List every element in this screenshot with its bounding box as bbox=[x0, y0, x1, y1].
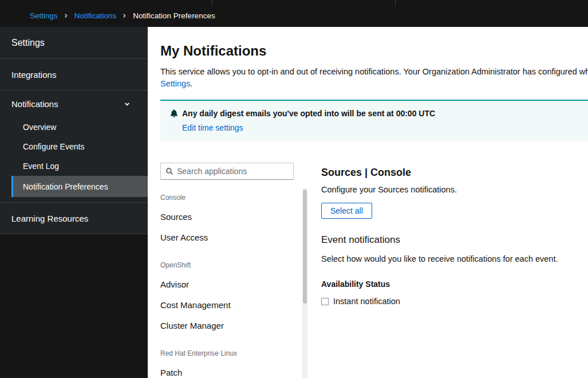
bell-icon bbox=[170, 109, 178, 117]
app-item-user-access[interactable]: User Access bbox=[160, 227, 297, 247]
intro-text: This service allows you to opt-in and ou… bbox=[160, 66, 588, 90]
event-notifications-description: Select how would you like to receive not… bbox=[321, 253, 588, 265]
nav-toggle-button[interactable] bbox=[7, 11, 16, 20]
app-item-cluster-manager[interactable]: Cluster Manager bbox=[160, 315, 297, 336]
digest-alert: Any daily digest emails you've opted int… bbox=[160, 100, 588, 141]
select-all-button[interactable]: Select all bbox=[321, 203, 372, 219]
sidebar-item-integrations[interactable]: Integrations bbox=[0, 59, 148, 90]
instant-notification-row: Instant notification bbox=[321, 297, 588, 306]
sidebar-item-label: Learning Resources bbox=[11, 214, 88, 223]
sidebar-item-learning-resources[interactable]: Learning Resources bbox=[0, 203, 148, 234]
group-label-console: Console bbox=[160, 194, 297, 202]
breadcrumb: Settings Notifications Notification Pref… bbox=[30, 11, 215, 20]
instant-notification-checkbox[interactable] bbox=[321, 298, 329, 305]
search-input[interactable] bbox=[177, 167, 288, 176]
instant-notification-label: Instant notification bbox=[333, 297, 400, 306]
search-icon bbox=[166, 168, 177, 175]
event-notifications-heading: Event notifications bbox=[321, 234, 588, 246]
group-label-openshift: OpenShift bbox=[160, 261, 297, 269]
sidebar-nav: Settings Integrations Notifications Over… bbox=[0, 27, 148, 234]
app-item-patch[interactable]: Patch bbox=[160, 362, 297, 378]
chevron-right-icon bbox=[123, 13, 127, 19]
sidebar-item-event-log[interactable]: Event Log bbox=[11, 156, 148, 176]
sidebar-subnav: Overview Configure Events Event Log Noti… bbox=[0, 117, 148, 203]
intro-suffix: . bbox=[190, 79, 192, 88]
notification-details-pane: Sources | Console Configure your Sources… bbox=[307, 155, 588, 378]
app-list-scrollbar[interactable] bbox=[302, 188, 307, 378]
app-item-cost-management[interactable]: Cost Management bbox=[160, 294, 297, 315]
sidebar-item-overview[interactable]: Overview bbox=[11, 117, 148, 137]
settings-link[interactable]: Settings bbox=[160, 79, 190, 88]
preferences-panel: Console Sources User Access OpenShift Ad… bbox=[148, 155, 588, 378]
page-header: My Notifications This service allows you… bbox=[148, 27, 588, 141]
app-window: Settings Notifications Notification Pref… bbox=[0, 0, 588, 378]
breadcrumb-link-settings[interactable]: Settings bbox=[30, 11, 58, 20]
sidebar: Settings Integrations Notifications Over… bbox=[0, 27, 148, 378]
pane-subtitle: Configure your Sources notifications. bbox=[321, 184, 588, 195]
alert-title: Any daily digest emails you've opted int… bbox=[182, 109, 579, 119]
sidebar-item-label: Integrations bbox=[11, 70, 56, 80]
scrollbar-thumb[interactable] bbox=[303, 190, 307, 304]
sidebar-section-title: Settings bbox=[0, 27, 148, 59]
app-item-sources[interactable]: Sources bbox=[160, 206, 297, 227]
chevron-right-icon bbox=[64, 13, 68, 19]
main-content: My Notifications This service allows you… bbox=[148, 27, 588, 378]
sidebar-item-notification-preferences[interactable]: Notification Preferences bbox=[11, 176, 148, 197]
breadcrumb-current: Notification Preferences bbox=[133, 11, 215, 20]
top-strip-divider bbox=[395, 0, 396, 6]
group-label-rhel: Red Hat Enterprise Linux bbox=[160, 349, 297, 357]
application-list-pane: Console Sources User Access OpenShift Ad… bbox=[148, 155, 307, 378]
app-item-advisor[interactable]: Advisor bbox=[160, 274, 297, 294]
sidebar-item-notifications[interactable]: Notifications bbox=[0, 90, 148, 117]
edit-time-settings-link[interactable]: Edit time settings bbox=[182, 123, 243, 132]
intro-line: This service allows you to opt-in and ou… bbox=[160, 66, 588, 78]
page-title: My Notifications bbox=[160, 43, 588, 59]
application-groups: Console Sources User Access OpenShift Ad… bbox=[160, 194, 297, 378]
sidebar-item-configure-events[interactable]: Configure Events bbox=[11, 137, 148, 156]
availability-status-heading: Availability Status bbox=[321, 279, 588, 289]
sidebar-item-label: Notifications bbox=[11, 99, 58, 109]
top-strip-divider bbox=[212, 0, 212, 6]
masthead: Settings Notifications Notification Pref… bbox=[0, 0, 588, 27]
chevron-down-icon bbox=[124, 101, 131, 108]
breadcrumb-link-notifications[interactable]: Notifications bbox=[74, 11, 117, 20]
search-box bbox=[160, 163, 294, 180]
pane-title: Sources | Console bbox=[321, 166, 588, 179]
